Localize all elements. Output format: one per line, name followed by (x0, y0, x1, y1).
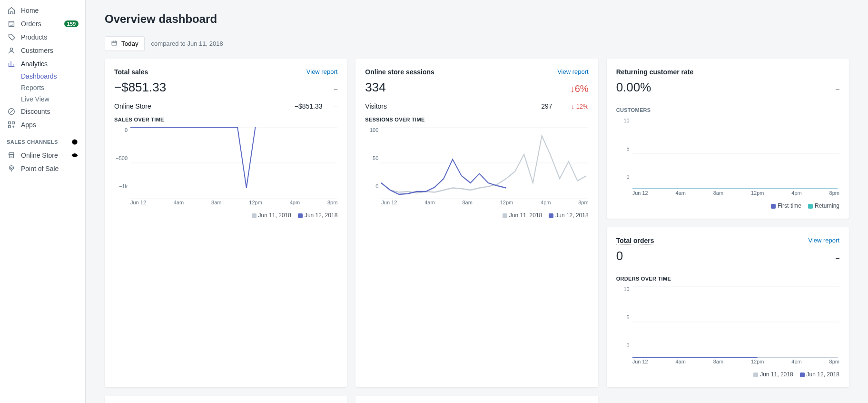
date-range-button[interactable]: Today (105, 36, 145, 51)
date-range-label: Today (121, 40, 138, 47)
svg-rect-3 (12, 122, 15, 124)
nav-label: Home (21, 7, 79, 14)
card-returning-rate: Returning customer rate 0.00% – CUSTOMER… (607, 59, 849, 219)
sidebar-item-discounts[interactable]: Discounts (0, 105, 85, 118)
date-row: Today compared to Jun 11, 2018 (105, 36, 849, 51)
nav-label: Products (21, 33, 79, 41)
sales-over-time-label: SALES OVER TIME (114, 117, 337, 122)
sidebar-item-products[interactable]: Products (0, 30, 85, 44)
nav-label: Customers (21, 47, 79, 54)
add-channel-icon[interactable] (71, 138, 79, 146)
legend-dates: Jun 11, 2018 Jun 12, 2018 (616, 371, 839, 378)
legend-customers: First-time Returning (616, 202, 839, 209)
sessions-over-time-label: SESSIONS OVER TIME (365, 117, 588, 122)
app-root: Home Orders 159 Products Customers Analy… (0, 0, 868, 403)
card-title: Returning customer rate (616, 68, 694, 76)
customers-label: CUSTOMERS (616, 107, 839, 113)
delta-dash: – (836, 254, 839, 262)
legend-dates: Jun 11, 2018 Jun 12, 2018 (114, 212, 337, 219)
eye-icon[interactable] (71, 151, 79, 159)
svg-point-6 (74, 154, 75, 156)
sidebar-item-customers[interactable]: Customers (0, 44, 85, 57)
card-conversion: Online store conversion rate 0.00% – CON… (105, 396, 347, 403)
xaxis: Jun 124am8am12pm4pm8pm (616, 359, 839, 364)
view-report-link[interactable]: View report (808, 237, 839, 244)
sales-channels-header: SALES CHANNELS (0, 131, 85, 149)
sidebar-item-orders[interactable]: Orders 159 (0, 17, 85, 30)
chart-orders: 1050 (616, 286, 839, 358)
home-icon (7, 6, 16, 15)
sidebar-item-liveview[interactable]: Live View (21, 93, 85, 105)
store-icon (7, 151, 16, 160)
main-content: Overview dashboard Today compared to Jun… (86, 0, 868, 403)
xaxis: Jun 124am8am12pm4pm8pm (114, 200, 337, 205)
svg-rect-2 (9, 122, 11, 124)
chart-sales: 0−500−1k (114, 127, 337, 199)
calendar-icon (111, 40, 118, 48)
card-aov: Average order value View report $0.00 – … (355, 396, 598, 403)
nav-label: Point of Sale (21, 165, 79, 172)
card-title: Total orders (616, 237, 654, 245)
card-sessions: Online store sessions View report 334 ↓6… (355, 59, 598, 387)
svg-rect-4 (9, 126, 11, 128)
discount-icon (7, 107, 16, 116)
legend-dates: Jun 11, 2018 Jun 12, 2018 (365, 212, 588, 219)
orders-badge: 159 (64, 20, 79, 27)
chart-customers: 1050 (616, 118, 839, 189)
sidebar-item-onlinestore[interactable]: Online Store (0, 149, 85, 162)
tag-icon (7, 32, 16, 42)
nav-label: Orders (21, 20, 64, 28)
sidebar-item-pos[interactable]: Point of Sale (0, 162, 85, 175)
dashboard-grid: Total sales View report −$851.33 – Onlin… (105, 59, 849, 403)
orders-icon (7, 19, 16, 29)
view-report-link[interactable]: View report (557, 68, 589, 75)
user-icon (7, 46, 16, 55)
xaxis: Jun 124am8am12pm4pm8pm (365, 200, 588, 205)
sidebar-item-home[interactable]: Home (0, 4, 85, 17)
orders-over-time-label: ORDERS OVER TIME (616, 276, 839, 282)
sidebar: Home Orders 159 Products Customers Analy… (0, 0, 86, 403)
down-arrow-icon: ↓ (570, 83, 575, 94)
svg-rect-10 (112, 41, 117, 45)
down-arrow-icon: ↓ (572, 103, 575, 110)
delta-dash: – (334, 85, 338, 93)
total-sales-value: −$851.33 (114, 80, 166, 95)
nav-label: Apps (21, 121, 79, 129)
card-total-orders: Total orders View report 0 – ORDERS OVER… (607, 227, 849, 387)
sales-row-onlinestore: Online Store −$851.33 – (114, 101, 337, 111)
pin-icon (7, 164, 16, 173)
svg-point-0 (10, 48, 12, 50)
visitors-row: Visitors 297 ↓ 12% (365, 101, 588, 111)
sessions-delta: ↓6% (570, 83, 589, 94)
sidebar-item-apps[interactable]: Apps (0, 118, 85, 131)
card-title: Total sales (114, 68, 148, 76)
nav-label: Discounts (21, 108, 79, 115)
delta-dash: – (836, 85, 839, 93)
view-report-link[interactable]: View report (306, 68, 338, 75)
analytics-subnav: Dashboards Reports Live View (0, 71, 85, 105)
sessions-value: 334 (365, 80, 385, 95)
orders-value: 0 (616, 249, 623, 263)
nav-label: Analytics (21, 60, 79, 68)
chart-icon (7, 59, 16, 69)
chart-sessions: 100500 (365, 127, 588, 199)
svg-point-8 (10, 167, 12, 169)
sidebar-item-analytics[interactable]: Analytics (0, 57, 85, 71)
main-nav: Home Orders 159 Products Customers Analy… (0, 4, 85, 403)
card-total-sales: Total sales View report −$851.33 – Onlin… (105, 59, 347, 387)
sidebar-item-dashboards[interactable]: Dashboards (21, 71, 85, 82)
card-title: Online store sessions (365, 68, 434, 76)
svg-point-7 (10, 166, 14, 170)
nav-label: Online Store (21, 151, 71, 159)
column-3: Returning customer rate 0.00% – CUSTOMER… (607, 59, 849, 387)
xaxis: Jun 124am8am12pm4pm8pm (616, 190, 839, 196)
sidebar-item-reports[interactable]: Reports (21, 82, 85, 93)
page-title: Overview dashboard (105, 12, 849, 26)
apps-icon (7, 120, 16, 130)
svg-point-5 (72, 139, 77, 144)
return-rate-value: 0.00% (616, 80, 651, 95)
compared-text: compared to Jun 11, 2018 (151, 40, 223, 47)
